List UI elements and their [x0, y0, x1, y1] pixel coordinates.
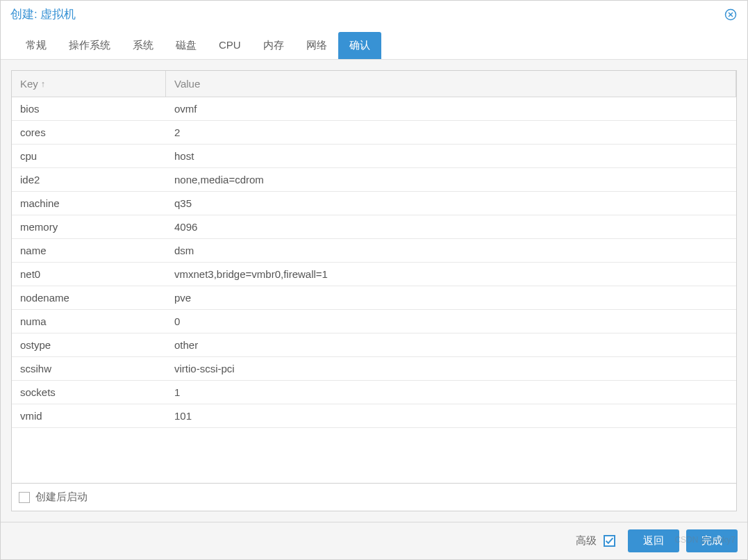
cell-value: 4096 [166, 215, 736, 238]
cell-value: vmxnet3,bridge=vmbr0,firewall=1 [166, 263, 736, 286]
cell-key: ostype [12, 333, 166, 356]
table-row[interactable]: nodenamepve [12, 286, 736, 310]
cell-value: 0 [166, 310, 736, 333]
content-area: Key ↑ Value biosovmfcores2cpuhostide2non… [1, 60, 747, 522]
column-header-value[interactable]: Value [166, 71, 736, 97]
cell-value: host [166, 145, 736, 167]
start-after-create-row: 创建后启动 [11, 484, 737, 511]
start-after-create-label: 创建后启动 [35, 491, 88, 504]
table-row[interactable]: scsihwvirtio-scsi-pci [12, 357, 736, 381]
cell-key: scsihw [12, 357, 166, 380]
tab-4[interactable]: CPU [208, 32, 252, 59]
dialog-title: 创建: 虚拟机 [10, 6, 76, 22]
tab-5[interactable]: 内存 [252, 32, 295, 59]
cell-key: numa [12, 310, 166, 333]
table-row[interactable]: vmid101 [12, 404, 736, 428]
table-row[interactable]: ide2none,media=cdrom [12, 168, 736, 192]
cell-value: pve [166, 286, 736, 309]
cell-key: cores [12, 121, 166, 144]
header-key-text: Key [20, 78, 38, 90]
cell-value: none,media=cdrom [166, 168, 736, 191]
title-bar: 创建: 虚拟机 [1, 1, 747, 29]
cell-value: virtio-scsi-pci [166, 357, 736, 380]
tab-0[interactable]: 常规 [15, 32, 58, 59]
cell-key: sockets [12, 381, 166, 404]
table-row[interactable]: cpuhost [12, 145, 736, 168]
tab-6[interactable]: 网络 [295, 32, 338, 59]
cell-key: net0 [12, 263, 166, 286]
cell-key: bios [12, 97, 166, 120]
cell-key: vmid [12, 404, 166, 427]
table-header: Key ↑ Value [12, 71, 736, 97]
sort-ascending-icon: ↑ [41, 79, 46, 89]
column-header-key[interactable]: Key ↑ [12, 71, 166, 97]
header-value-text: Value [174, 78, 200, 90]
cell-key: cpu [12, 145, 166, 167]
create-vm-dialog: 创建: 虚拟机 常规操作系统系统磁盘CPU内存网络确认 Key ↑ Value … [0, 0, 748, 560]
table-row[interactable]: numa0 [12, 310, 736, 333]
advanced-label: 高级 [576, 534, 597, 547]
table-row[interactable]: machineq35 [12, 192, 736, 215]
tab-1[interactable]: 操作系统 [58, 32, 122, 59]
cell-value: 1 [166, 381, 736, 404]
cell-key: memory [12, 215, 166, 238]
close-icon[interactable] [724, 8, 738, 22]
tab-3[interactable]: 磁盘 [165, 32, 208, 59]
table-row[interactable]: ostypeother [12, 333, 736, 357]
start-after-create-checkbox[interactable] [19, 492, 30, 503]
tab-7[interactable]: 确认 [338, 32, 381, 59]
tab-2[interactable]: 系统 [122, 32, 165, 59]
advanced-checkbox[interactable] [604, 535, 615, 547]
cell-key: ide2 [12, 168, 166, 191]
cell-value: other [166, 333, 736, 356]
table-row[interactable]: net0vmxnet3,bridge=vmbr0,firewall=1 [12, 263, 736, 286]
finish-button[interactable]: 完成 [686, 529, 738, 552]
table-row[interactable]: sockets1 [12, 381, 736, 404]
table-row[interactable]: namedsm [12, 239, 736, 263]
summary-table: Key ↑ Value biosovmfcores2cpuhostide2non… [11, 70, 737, 484]
back-button[interactable]: 返回 [628, 529, 679, 552]
cell-value: ovmf [166, 97, 736, 120]
cell-value: q35 [166, 192, 736, 215]
cell-key: nodename [12, 286, 166, 309]
table-row[interactable]: cores2 [12, 121, 736, 145]
table-body[interactable]: biosovmfcores2cpuhostide2none,media=cdro… [12, 97, 736, 483]
cell-value: dsm [166, 239, 736, 262]
footer-bar: 高级 返回 完成 [1, 522, 747, 559]
table-row[interactable]: biosovmf [12, 97, 736, 121]
table-row[interactable]: memory4096 [12, 215, 736, 239]
cell-key: machine [12, 192, 166, 215]
cell-value: 2 [166, 121, 736, 144]
cell-value: 101 [166, 404, 736, 427]
tab-bar: 常规操作系统系统磁盘CPU内存网络确认 [1, 29, 747, 60]
cell-key: name [12, 239, 166, 262]
